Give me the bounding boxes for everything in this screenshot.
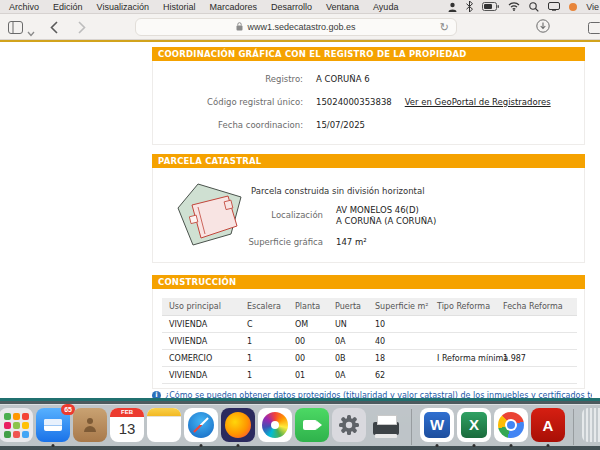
geoportal-link[interactable]: Ver en GeoPortal de Registradores bbox=[405, 97, 551, 107]
user-icon[interactable] bbox=[448, 2, 457, 12]
new-tab-icon[interactable] bbox=[588, 20, 600, 38]
firefox-glyph bbox=[225, 412, 251, 438]
table-cell: 10 bbox=[368, 316, 430, 333]
macos-menu-bar: Archivo Edición Visualización Historial … bbox=[0, 0, 600, 14]
url-text: www1.sedecatastro.gob.es bbox=[247, 22, 355, 32]
table-cell: 00 bbox=[288, 333, 328, 350]
section-construccion: Uso principal Escalera Planta Puerta Sup… bbox=[152, 289, 585, 389]
field-value: 15/07/2025 bbox=[316, 120, 365, 130]
launchpad-icon[interactable] bbox=[0, 408, 33, 442]
table-cell: 0A bbox=[328, 367, 368, 384]
person-glyph bbox=[83, 418, 97, 432]
table-cell: 62 bbox=[368, 367, 430, 384]
excel-icon[interactable]: X bbox=[457, 408, 491, 442]
chrome-glyph bbox=[498, 412, 524, 438]
chrome-icon[interactable] bbox=[494, 408, 528, 442]
flower-glyph bbox=[262, 412, 288, 438]
photos-icon[interactable] bbox=[258, 408, 292, 442]
table-cell: 1 bbox=[240, 367, 288, 384]
superficie-value: 147 m² bbox=[336, 237, 367, 248]
dock-divider bbox=[411, 409, 412, 445]
table-cell: OM bbox=[288, 316, 328, 333]
menu-visualizacion[interactable]: Visualización bbox=[97, 2, 149, 12]
notes-icon[interactable] bbox=[147, 408, 181, 442]
sidebar-chevron-icon[interactable] bbox=[27, 23, 35, 41]
wifi-icon[interactable] bbox=[508, 2, 520, 11]
table-cell: VIVIENDA bbox=[162, 316, 240, 333]
table-cell: VIVIENDA bbox=[162, 333, 240, 350]
field-codigo-registral: Código registral único: 15024000353838 V… bbox=[153, 97, 584, 107]
section-parcela: Parcela construida sin división horizont… bbox=[152, 168, 585, 263]
construccion-table: Uso principal Escalera Planta Puerta Sup… bbox=[162, 298, 577, 384]
field-label: Código registral único: bbox=[153, 97, 303, 107]
safari-icon[interactable] bbox=[184, 408, 218, 442]
field-value: A CORUÑA 6 bbox=[316, 74, 370, 84]
col-puerta: Puerta bbox=[328, 298, 368, 316]
address-bar[interactable]: www1.sedecatastro.gob.es ↻ bbox=[135, 18, 457, 36]
forward-button[interactable] bbox=[78, 20, 86, 38]
trash-icon[interactable] bbox=[582, 408, 600, 442]
section-coordinacion: Registro: A CORUÑA 6 Código registral ún… bbox=[152, 61, 585, 145]
localizacion-value: AV MONELOS 46(D) A CORUÑA (A CORUÑA) bbox=[336, 205, 436, 227]
sidebar-toggle-icon[interactable] bbox=[8, 20, 23, 38]
table-cell: 01 bbox=[288, 367, 328, 384]
menu-historial[interactable]: Historial bbox=[163, 2, 196, 12]
parcela-subtitle: Parcela construida sin división horizont… bbox=[251, 186, 425, 196]
printer-icon[interactable] bbox=[369, 408, 403, 442]
facetime-icon[interactable] bbox=[295, 408, 329, 442]
video-camera-glyph bbox=[303, 420, 317, 430]
field-label: Localización bbox=[213, 210, 323, 220]
section-header-parcela: PARCELA CATASTRAL bbox=[152, 154, 585, 168]
display-icon[interactable] bbox=[548, 2, 560, 11]
back-button[interactable] bbox=[50, 20, 58, 38]
field-fecha-coordinacion: Fecha coordinacion: 15/07/2025 bbox=[153, 120, 584, 130]
table-cell: COMERCIO bbox=[162, 350, 240, 367]
table-cell: 00 bbox=[288, 350, 328, 367]
menu-archivo[interactable]: Archivo bbox=[9, 2, 39, 12]
table-cell bbox=[496, 316, 577, 333]
table-cell: 40 bbox=[368, 333, 430, 350]
table-cell: VIVIENDA bbox=[162, 367, 240, 384]
mail-icon[interactable]: 65 bbox=[36, 408, 70, 442]
system-settings-icon[interactable] bbox=[332, 408, 366, 442]
reload-icon[interactable]: ↻ bbox=[440, 21, 449, 34]
table-cell: 18 bbox=[368, 350, 430, 367]
table-cell: 1 bbox=[240, 350, 288, 367]
menu-marcadores[interactable]: Marcadores bbox=[209, 2, 257, 12]
word-icon[interactable]: W bbox=[420, 408, 454, 442]
excel-letter: X bbox=[461, 412, 487, 438]
table-row: VIVIENDA 1 00 0A 40 bbox=[162, 333, 577, 350]
menu-clock[interactable]: Vie bbox=[586, 2, 599, 12]
table-cell bbox=[496, 333, 577, 350]
acrobat-letter: A bbox=[543, 417, 554, 434]
menu-edicion[interactable]: Edición bbox=[53, 2, 83, 12]
col-tipo-reforma: Tipo Reforma bbox=[430, 298, 496, 316]
bluetooth-icon[interactable] bbox=[466, 1, 473, 12]
downloads-icon[interactable] bbox=[536, 19, 550, 37]
menu-ayuda[interactable]: Ayuda bbox=[373, 2, 398, 12]
section-header-coordinacion: COORDINACIÓN GRÁFICA CON EL REGISTRO DE … bbox=[152, 47, 585, 61]
table-cell: C bbox=[240, 316, 288, 333]
col-fecha-reforma: Fecha Reforma bbox=[496, 298, 577, 316]
battery-icon[interactable] bbox=[482, 2, 499, 11]
calendar-icon[interactable]: FEB 13 bbox=[110, 408, 144, 442]
compass-glyph bbox=[188, 412, 214, 438]
table-cell bbox=[430, 333, 496, 350]
desktop-background: 65 FEB 13 bbox=[0, 398, 600, 450]
dock-divider bbox=[573, 409, 574, 445]
contacts-icon[interactable] bbox=[73, 408, 107, 442]
field-label: Registro: bbox=[153, 74, 303, 84]
table-row: COMERCIO 1 00 0B 18 I Reforma mínima 1.9… bbox=[162, 350, 577, 367]
firefox-icon[interactable] bbox=[221, 408, 255, 442]
table-cell: UN bbox=[328, 316, 368, 333]
orange-dot-icon[interactable] bbox=[569, 3, 577, 11]
menu-ventana[interactable]: Ventana bbox=[326, 2, 359, 12]
col-superficie: Superficie m² bbox=[368, 298, 430, 316]
search-icon[interactable] bbox=[529, 2, 539, 12]
table-cell: I Reforma mínima bbox=[430, 350, 496, 367]
menu-items: Archivo Edición Visualización Historial … bbox=[0, 2, 398, 12]
table-cell: 1 bbox=[240, 333, 288, 350]
menu-desarrollo[interactable]: Desarrollo bbox=[271, 2, 312, 12]
word-letter: W bbox=[424, 412, 450, 438]
acrobat-icon[interactable]: A bbox=[531, 408, 565, 442]
